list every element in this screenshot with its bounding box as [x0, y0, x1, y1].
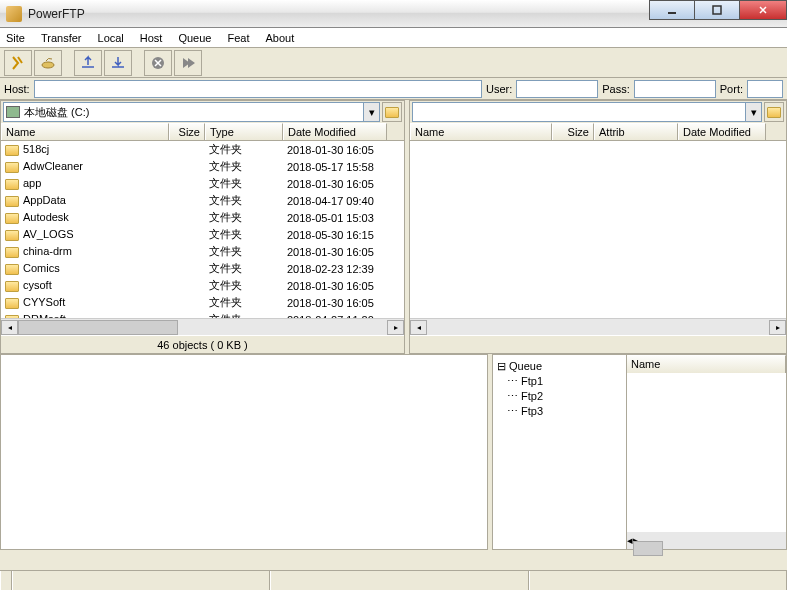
col-name[interactable]: Name: [410, 123, 552, 140]
svg-point-2: [42, 62, 54, 68]
queue-panel: ⊟ Queue ⋯ Ftp1 ⋯ Ftp2 ⋯ Ftp3 Name ◂ ▸: [492, 354, 787, 550]
menu-queue[interactable]: Queue: [178, 32, 211, 44]
folder-icon: [5, 179, 19, 190]
menu-feat[interactable]: Feat: [227, 32, 249, 44]
folder-icon: [5, 213, 19, 224]
table-row[interactable]: CYYSoft文件夹2018-01-30 16:05: [1, 294, 404, 311]
table-row[interactable]: AV_LOGS文件夹2018-05-30 16:15: [1, 226, 404, 243]
folder-icon: [5, 298, 19, 309]
local-status: 46 objects ( 0 KB ): [1, 335, 404, 353]
disconnect-button[interactable]: [34, 50, 62, 76]
minimize-button[interactable]: [649, 0, 695, 20]
tree-item[interactable]: ⊟ Queue: [497, 359, 622, 374]
col-name[interactable]: Name: [1, 123, 169, 140]
table-row[interactable]: app文件夹2018-01-30 16:05: [1, 175, 404, 192]
remote-file-list[interactable]: [410, 141, 786, 318]
col-size[interactable]: Size: [169, 123, 205, 140]
toolbar: [0, 48, 787, 78]
host-label: Host:: [4, 83, 30, 95]
remote-status: [410, 335, 786, 353]
table-row[interactable]: Comics文件夹2018-02-23 12:39: [1, 260, 404, 277]
titlebar: PowerFTP: [0, 0, 787, 28]
folder-icon: [5, 264, 19, 275]
local-path-text: 本地磁盘 (C:): [24, 105, 89, 120]
folder-icon: [5, 281, 19, 292]
svg-rect-1: [713, 6, 721, 14]
table-row[interactable]: Autodesk文件夹2018-05-01 15:03: [1, 209, 404, 226]
col-name[interactable]: Name: [627, 355, 786, 373]
close-button[interactable]: [739, 0, 787, 20]
stop-button[interactable]: [144, 50, 172, 76]
menu-host[interactable]: Host: [140, 32, 163, 44]
pass-input[interactable]: [634, 80, 716, 98]
tree-item[interactable]: ⋯ Ftp3: [497, 404, 622, 419]
remote-list-header: Name Size Attrib Date Modified: [410, 123, 786, 141]
upload-button[interactable]: [74, 50, 102, 76]
table-row[interactable]: AdwCleaner文件夹2018-05-17 15:58: [1, 158, 404, 175]
menu-about[interactable]: About: [265, 32, 294, 44]
scroll-right-icon[interactable]: ▸: [769, 320, 786, 335]
download-button[interactable]: [104, 50, 132, 76]
connect-button[interactable]: [4, 50, 32, 76]
folder-icon: [5, 230, 19, 241]
go-button[interactable]: [174, 50, 202, 76]
col-date[interactable]: Date Modified: [678, 123, 766, 140]
menu-transfer[interactable]: Transfer: [41, 32, 82, 44]
remote-path-combo[interactable]: ▾: [412, 102, 762, 122]
user-input[interactable]: [516, 80, 598, 98]
chevron-down-icon[interactable]: ▾: [363, 103, 379, 121]
local-panel: 本地磁盘 (C:) ▾ Name Size Type Date Modified…: [0, 100, 405, 354]
table-row[interactable]: cysoft文件夹2018-01-30 16:05: [1, 277, 404, 294]
table-row[interactable]: DRMsoft文件夹2018-04-27 11:20: [1, 311, 404, 318]
menu-site[interactable]: Site: [6, 32, 25, 44]
folder-icon: [5, 315, 19, 318]
local-up-button[interactable]: [382, 102, 402, 122]
local-list-header: Name Size Type Date Modified: [1, 123, 404, 141]
local-file-list[interactable]: 518cj文件夹2018-01-30 16:05AdwCleaner文件夹201…: [1, 141, 404, 318]
remote-up-button[interactable]: [764, 102, 784, 122]
scroll-thumb[interactable]: [633, 541, 663, 556]
local-path-combo[interactable]: 本地磁盘 (C:) ▾: [3, 102, 380, 122]
folder-icon: [767, 107, 781, 118]
port-input[interactable]: [747, 80, 783, 98]
svg-rect-0: [668, 12, 676, 14]
col-date[interactable]: Date Modified: [283, 123, 387, 140]
table-row[interactable]: 518cj文件夹2018-01-30 16:05: [1, 141, 404, 158]
scroll-left-icon[interactable]: ◂: [410, 320, 427, 335]
remote-hscroll[interactable]: ◂ ▸: [410, 318, 786, 335]
table-row[interactable]: china-drm文件夹2018-01-30 16:05: [1, 243, 404, 260]
table-row[interactable]: AppData文件夹2018-04-17 09:40: [1, 192, 404, 209]
queue-list-header: Name: [627, 355, 786, 373]
menubar: Site Transfer Local Host Queue Feat Abou…: [0, 28, 787, 48]
queue-list-body[interactable]: [627, 373, 786, 532]
col-type[interactable]: Type: [205, 123, 283, 140]
user-label: User:: [486, 83, 512, 95]
local-hscroll[interactable]: ◂ ▸: [1, 318, 404, 335]
scroll-thumb[interactable]: [18, 320, 178, 335]
queue-hscroll[interactable]: ◂ ▸: [627, 532, 786, 549]
remote-panel: ▾ Name Size Attrib Date Modified ◂ ▸: [409, 100, 787, 354]
app-icon: [6, 6, 22, 22]
scroll-right-icon[interactable]: ▸: [387, 320, 404, 335]
tree-item[interactable]: ⋯ Ftp1: [497, 374, 622, 389]
menu-local[interactable]: Local: [98, 32, 124, 44]
host-input[interactable]: [34, 80, 482, 98]
pass-label: Pass:: [602, 83, 630, 95]
folder-icon: [5, 247, 19, 258]
log-panel[interactable]: [0, 354, 488, 550]
folder-icon: [5, 145, 19, 156]
col-size[interactable]: Size: [552, 123, 594, 140]
queue-tree[interactable]: ⊟ Queue ⋯ Ftp1 ⋯ Ftp2 ⋯ Ftp3: [493, 355, 627, 549]
drive-icon: [6, 106, 20, 118]
connection-bar: Host: User: Pass: Port:: [0, 78, 787, 100]
tree-item[interactable]: ⋯ Ftp2: [497, 389, 622, 404]
port-label: Port:: [720, 83, 743, 95]
maximize-button[interactable]: [694, 0, 740, 20]
folder-icon: [385, 107, 399, 118]
col-attrib[interactable]: Attrib: [594, 123, 678, 140]
status-bar: [0, 570, 787, 590]
scroll-left-icon[interactable]: ◂: [1, 320, 18, 335]
chevron-down-icon[interactable]: ▾: [745, 103, 761, 121]
folder-icon: [5, 162, 19, 173]
folder-icon: [5, 196, 19, 207]
